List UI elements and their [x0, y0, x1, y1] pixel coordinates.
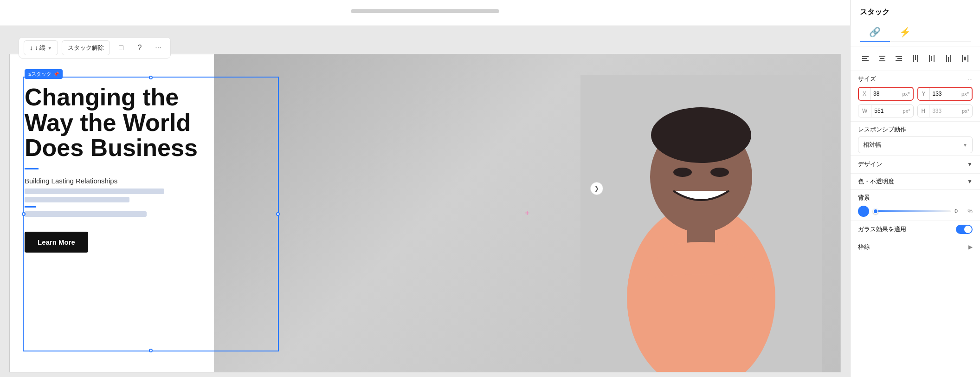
wh-fields: W 551 px* H 333 px*	[858, 104, 973, 117]
responsive-dropdown[interactable]: 相対幅 ▼	[858, 136, 973, 153]
design-header[interactable]: デザイン ▼	[858, 160, 973, 169]
bg-controls: 0 %	[858, 206, 973, 217]
svg-point-3	[651, 107, 751, 163]
distribute-btn[interactable]	[958, 52, 973, 65]
chevron-right-icon: ❯	[594, 185, 599, 192]
y-value[interactable]: 133	[930, 88, 959, 100]
x-field-group[interactable]: X 38 px*	[858, 87, 914, 101]
h-value[interactable]: 333	[929, 105, 959, 117]
svg-rect-13	[896, 56, 902, 57]
man-figure-svg	[580, 75, 822, 372]
align-top-btn[interactable]	[908, 52, 923, 65]
svg-rect-14	[897, 58, 902, 59]
hero-subtitle[interactable]: Building Lasting Relationships	[25, 177, 199, 185]
hero-section: ≤スタック 📌 Changing the Way the World Does …	[10, 54, 840, 372]
color-arrow-icon: ▼	[967, 178, 973, 185]
svg-rect-9	[862, 60, 869, 61]
color-section: 色・不透明度 ▼	[851, 174, 980, 190]
align-center-h-btn[interactable]	[875, 52, 890, 65]
hero-image: +	[214, 54, 840, 372]
tab-bolt[interactable]: ⚡	[890, 23, 920, 42]
align-bottom-btn[interactable]	[941, 52, 956, 65]
align-center-v-btn[interactable]	[924, 52, 939, 65]
opacity-unit: %	[967, 208, 973, 214]
design-arrow-icon: ▼	[967, 161, 973, 168]
bg-section: 背景 0 %	[851, 190, 980, 221]
color-label: 色・不透明度	[858, 177, 894, 186]
hero-heading[interactable]: Changing the Way the World Does Business	[25, 84, 199, 161]
y-unit: px*	[959, 88, 972, 99]
question-icon: ?	[138, 44, 142, 52]
comment-icon: □	[119, 44, 123, 52]
tab-link[interactable]: 🔗	[860, 23, 890, 42]
pin-icon: 📌	[53, 72, 59, 77]
glass-effect-row: ガラス効果を適用	[851, 221, 980, 238]
stack-badge-text: ≤スタック	[28, 71, 52, 78]
handle-top[interactable]	[149, 76, 153, 79]
svg-rect-12	[879, 60, 885, 61]
toggle-thumb	[964, 226, 972, 233]
svg-rect-17	[915, 55, 916, 60]
svg-rect-10	[879, 56, 885, 57]
opacity-thumb[interactable]	[873, 208, 878, 214]
h-label: H	[918, 105, 930, 117]
svg-rect-25	[962, 55, 963, 62]
w-field-group[interactable]: W 551 px*	[858, 104, 914, 117]
canvas-area: ↓ ↓ 縦 ▼ スタック解除 □ ? ···	[0, 0, 850, 377]
w-unit: px*	[900, 105, 913, 117]
more-btn[interactable]: ···	[151, 40, 166, 55]
heading-divider	[25, 168, 39, 169]
h-field-group[interactable]: H 333 px*	[917, 104, 973, 117]
bg-color-swatch[interactable]	[858, 206, 869, 217]
h-unit: px*	[959, 105, 972, 117]
x-value[interactable]: 38	[870, 88, 900, 100]
svg-rect-19	[929, 55, 930, 62]
align-right-btn[interactable]	[891, 52, 906, 65]
align-left-btn[interactable]	[858, 52, 873, 65]
panel-toggle-btn[interactable]: ❯	[590, 182, 603, 195]
dropdown-arrow-icon: ▼	[47, 46, 52, 51]
placeholder-bar-3	[25, 211, 147, 217]
opacity-slider[interactable]	[873, 210, 951, 212]
panel-header: スタック 🔗 ⚡	[851, 0, 980, 46]
glass-label: ガラス効果を適用	[858, 225, 906, 234]
svg-rect-18	[917, 55, 918, 62]
svg-rect-11	[880, 58, 884, 59]
svg-rect-16	[913, 55, 914, 62]
direction-btn[interactable]: ↓ ↓ 縦 ▼	[24, 40, 58, 55]
more-icon: ···	[155, 44, 161, 52]
size-more[interactable]: ···	[968, 76, 973, 82]
svg-point-5	[710, 168, 729, 177]
canvas-content: ≤スタック 📌 Changing the Way the World Does …	[0, 26, 850, 377]
placeholder-bar-2	[25, 197, 129, 202]
opacity-value: 0	[954, 208, 964, 214]
size-label: サイズ	[858, 75, 876, 83]
unstack-btn[interactable]: スタック解除	[62, 40, 110, 55]
learn-more-btn[interactable]: Learn More	[25, 232, 88, 253]
y-field-group[interactable]: Y 133 px*	[917, 87, 973, 101]
border-section[interactable]: 枠線 ▶	[851, 238, 980, 256]
handle-bottom[interactable]	[149, 349, 153, 352]
size-header-row: サイズ ···	[858, 75, 973, 83]
direction-icon: ↓	[30, 44, 33, 52]
panel-title: スタック	[860, 7, 971, 17]
glass-toggle[interactable]	[956, 225, 973, 234]
svg-rect-21	[934, 55, 935, 62]
x-unit: px*	[900, 88, 913, 99]
help-btn[interactable]: ?	[132, 40, 147, 55]
svg-rect-7	[862, 56, 869, 57]
bolt-icon: ⚡	[899, 27, 911, 37]
y-label: Y	[918, 88, 930, 100]
svg-rect-26	[967, 55, 968, 62]
border-label: 枠線	[858, 243, 870, 251]
responsive-label: レスポンシブ動作	[858, 125, 973, 134]
svg-rect-23	[948, 57, 949, 62]
w-value[interactable]: 551	[871, 105, 900, 117]
comment-btn[interactable]: □	[114, 40, 129, 55]
w-label: W	[858, 105, 871, 117]
svg-rect-20	[931, 56, 932, 61]
xy-fields: X 38 px* Y 133 px*	[858, 87, 973, 101]
color-header[interactable]: 色・不透明度 ▼	[858, 177, 973, 186]
dropdown-chevron-icon: ▼	[963, 143, 967, 148]
responsive-value: 相対幅	[863, 141, 881, 149]
